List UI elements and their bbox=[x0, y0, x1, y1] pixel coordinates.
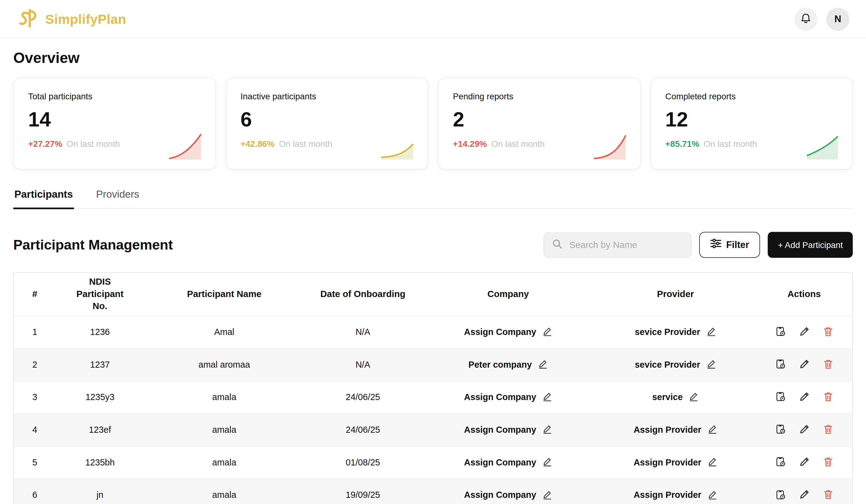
company-cell: Assign Company bbox=[421, 446, 595, 479]
report-button[interactable] bbox=[775, 358, 786, 371]
col-header-date: Date of Onboarding bbox=[304, 273, 421, 316]
pencil-icon bbox=[799, 489, 810, 501]
edit-pencil-icon bbox=[542, 457, 552, 469]
edit-row-button[interactable] bbox=[799, 391, 810, 403]
provider-cell: sevice Provider bbox=[595, 316, 756, 349]
edit-pencil-icon bbox=[542, 424, 552, 436]
edit-row-button[interactable] bbox=[799, 326, 810, 338]
col-header-provider: Provider bbox=[595, 273, 756, 316]
company-value: Assign Company bbox=[464, 392, 536, 402]
delete-row-button[interactable] bbox=[823, 326, 834, 338]
edit-row-button[interactable] bbox=[799, 359, 810, 371]
clipboard-clock-icon bbox=[775, 391, 786, 404]
ndis-number: 1235y3 bbox=[56, 381, 144, 414]
edit-provider-button[interactable] bbox=[689, 391, 699, 403]
clipboard-clock-icon bbox=[775, 358, 786, 371]
avatar[interactable]: N bbox=[826, 8, 850, 31]
table-row: 1 1236 Amal N/A Assign Company sevice Pr… bbox=[14, 316, 852, 349]
section-controls: Filter + Add Participant bbox=[544, 232, 853, 258]
report-button[interactable] bbox=[775, 391, 786, 404]
stat-label: Completed reports bbox=[665, 92, 838, 101]
tab-providers[interactable]: Providers bbox=[95, 188, 141, 209]
table-row: 2 1237 amal aromaa N/A Peter company sev… bbox=[14, 349, 852, 381]
edit-company-button[interactable] bbox=[542, 457, 552, 469]
col-header-actions: Actions bbox=[756, 273, 852, 316]
report-button[interactable] bbox=[775, 326, 786, 338]
onboarding-date: 24/06/25 bbox=[304, 414, 421, 446]
report-button[interactable] bbox=[775, 424, 786, 436]
edit-provider-button[interactable] bbox=[707, 424, 717, 436]
edit-company-button[interactable] bbox=[542, 326, 552, 338]
edit-row-button[interactable] bbox=[799, 489, 810, 501]
notifications-button[interactable] bbox=[794, 8, 817, 31]
edit-company-button[interactable] bbox=[542, 391, 552, 403]
edit-row-button[interactable] bbox=[799, 457, 810, 469]
trend-sparkline bbox=[168, 130, 203, 160]
edit-company-button[interactable] bbox=[542, 424, 552, 436]
report-button[interactable] bbox=[775, 489, 786, 502]
trash-icon bbox=[823, 326, 834, 338]
filter-button[interactable]: Filter bbox=[699, 232, 760, 258]
edit-provider-button[interactable] bbox=[706, 326, 716, 338]
table-row: 4 123ef amala 24/06/25 Assign Company As… bbox=[14, 414, 852, 446]
edit-provider-button[interactable] bbox=[707, 490, 717, 501]
row-number: 2 bbox=[14, 349, 56, 381]
table-row: 3 1235y3 amala 24/06/25 Assign Company s… bbox=[14, 381, 852, 414]
search-box bbox=[544, 232, 692, 258]
provider-value: Assign Provider bbox=[634, 425, 701, 435]
company-cell: Assign Company bbox=[421, 316, 595, 349]
pencil-icon bbox=[799, 359, 810, 371]
stat-delta: +27.27% bbox=[28, 139, 62, 149]
trash-icon bbox=[823, 457, 834, 469]
stat-value: 2 bbox=[453, 108, 625, 131]
participant-name: amala bbox=[144, 381, 304, 414]
delete-row-button[interactable] bbox=[823, 391, 834, 403]
edit-pencil-icon bbox=[689, 391, 699, 403]
company-cell: Assign Company bbox=[421, 381, 595, 414]
app-viewport: SimplifyPlan N Overview Total participan… bbox=[0, 0, 866, 504]
tab-participants[interactable]: Participants bbox=[13, 188, 74, 209]
filter-button-label: Filter bbox=[726, 239, 749, 250]
edit-company-button[interactable] bbox=[542, 490, 552, 501]
delete-row-button[interactable] bbox=[823, 489, 834, 501]
company-cell: Assign Company bbox=[421, 479, 595, 504]
stat-card-pending-reports: Pending reports 2 +14.29% On last month bbox=[438, 78, 641, 169]
delete-row-button[interactable] bbox=[823, 424, 834, 436]
company-value: Assign Company bbox=[464, 457, 536, 467]
onboarding-date: 19/09/25 bbox=[304, 479, 421, 504]
avatar-initial: N bbox=[834, 14, 841, 25]
participant-name: amal aromaa bbox=[144, 349, 304, 381]
delete-row-button[interactable] bbox=[823, 359, 834, 371]
col-header-ndis: NDIS Participant No. bbox=[56, 273, 144, 316]
col-header-company: Company bbox=[421, 273, 595, 316]
stats-row: Total participants 14 +27.27% On last mo… bbox=[13, 78, 853, 169]
participant-name: amala bbox=[144, 479, 304, 504]
edit-provider-button[interactable] bbox=[706, 359, 716, 371]
pencil-icon bbox=[799, 391, 810, 403]
search-input[interactable] bbox=[568, 239, 683, 251]
table-header-row: # NDIS Participant No. Participant Name … bbox=[14, 273, 852, 316]
provider-cell: Assign Provider bbox=[595, 479, 756, 504]
section-title: Participant Management bbox=[13, 237, 173, 253]
col-header-name: Participant Name bbox=[144, 273, 304, 316]
stat-card-completed-reports: Completed reports 12 +85.71% On last mon… bbox=[650, 78, 853, 169]
pencil-icon bbox=[799, 424, 810, 436]
trend-sparkline bbox=[592, 130, 628, 160]
edit-row-button[interactable] bbox=[799, 424, 810, 436]
delete-row-button[interactable] bbox=[823, 457, 834, 469]
company-value: Assign Company bbox=[464, 327, 536, 337]
report-button[interactable] bbox=[775, 456, 786, 469]
actions-cell bbox=[756, 316, 852, 349]
add-participant-button[interactable]: + Add Participant bbox=[768, 232, 853, 258]
trash-icon bbox=[823, 489, 834, 501]
edit-pencil-icon bbox=[706, 326, 716, 338]
edit-pencil-icon bbox=[707, 457, 717, 469]
provider-value: Assign Provider bbox=[634, 457, 701, 467]
col-header-number: # bbox=[14, 273, 56, 316]
edit-provider-button[interactable] bbox=[707, 457, 717, 469]
clipboard-clock-icon bbox=[775, 489, 786, 502]
trend-sparkline bbox=[804, 130, 840, 160]
participant-name: amala bbox=[144, 414, 304, 446]
edit-company-button[interactable] bbox=[538, 359, 548, 371]
trash-icon bbox=[823, 424, 834, 436]
